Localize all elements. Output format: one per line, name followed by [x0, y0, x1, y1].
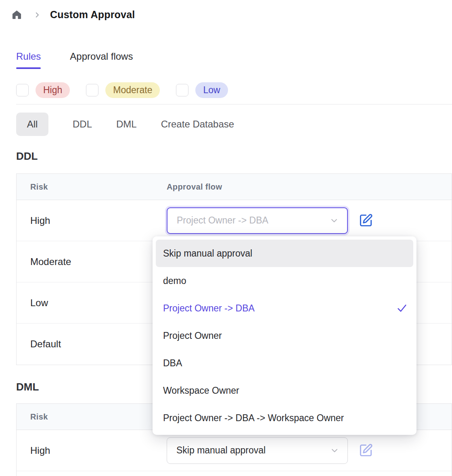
- tab-approval-flows[interactable]: Approval flows: [70, 51, 133, 69]
- chevron-down-icon: [330, 446, 339, 455]
- ddl-row-high-risk: High: [30, 215, 167, 226]
- dml-high-edit-flow-button[interactable]: [359, 443, 373, 457]
- tab-rules-label: Rules: [16, 51, 41, 62]
- low-risk-checkbox[interactable]: [176, 84, 188, 96]
- dml-row-high-risk: High: [30, 445, 167, 456]
- ddl-section-title: DDL: [16, 150, 38, 163]
- ddl-row-high: High Project Owner -> DBA: [17, 200, 452, 241]
- dml-high-select-value: Skip manual approval: [176, 445, 266, 456]
- low-risk-badge[interactable]: Low: [195, 82, 228, 98]
- risk-filter-moderate: Moderate: [86, 82, 160, 98]
- breadcrumb-chevron-icon: [33, 11, 41, 19]
- breadcrumb: Custom Approval: [11, 9, 135, 21]
- approval-flow-dropdown: Skip manual approval demo Project Owner …: [153, 236, 416, 435]
- dropdown-option-demo[interactable]: demo: [156, 267, 413, 294]
- chevron-down-icon: [329, 216, 339, 225]
- dropdown-option-workspace-owner[interactable]: Workspace Owner: [156, 377, 413, 404]
- page-title: Custom Approval: [50, 9, 135, 21]
- custom-approval-page: Custom Approval Rules Approval flows Hig…: [0, 0, 452, 476]
- ddl-row-low-risk: Low: [30, 297, 167, 309]
- ddl-high-approval-flow-select[interactable]: Project Owner -> DBA: [167, 207, 348, 234]
- dropdown-option-project-owner-dba-workspace-owner[interactable]: Project Owner -> DBA -> Workspace Owner: [156, 404, 413, 432]
- filter-dml-button[interactable]: DML: [116, 119, 137, 130]
- moderate-risk-checkbox[interactable]: [86, 84, 98, 96]
- ddl-high-edit-flow-button[interactable]: [359, 213, 373, 228]
- ddl-col-risk: Risk: [30, 182, 167, 192]
- check-icon: [396, 303, 408, 314]
- ddl-table-header: Risk Approval flow: [17, 174, 452, 200]
- dml-row-next-partial: [17, 471, 452, 476]
- filter-all-button[interactable]: All: [16, 113, 48, 136]
- ddl-high-select-value: Project Owner -> DBA: [177, 215, 268, 226]
- active-tab-underline: [16, 67, 41, 69]
- risk-filter-high: High: [16, 82, 70, 98]
- filter-ddl-button[interactable]: DDL: [73, 119, 92, 130]
- tab-bar: Rules Approval flows: [16, 51, 133, 69]
- moderate-risk-badge[interactable]: Moderate: [105, 82, 160, 98]
- section-divider: [16, 104, 452, 104]
- dml-section-title: DML: [16, 381, 39, 393]
- ddl-col-approval-flow: Approval flow: [167, 182, 452, 192]
- dropdown-option-skip-manual-approval[interactable]: Skip manual approval: [156, 240, 413, 267]
- risk-filter-row: High Moderate Low: [16, 82, 228, 98]
- ddl-row-moderate-risk: Moderate: [30, 256, 167, 267]
- dropdown-option-project-owner-dba[interactable]: Project Owner -> DBA: [156, 294, 413, 322]
- dml-row-high-flow-cell: Skip manual approval: [167, 437, 452, 464]
- risk-filter-low: Low: [176, 82, 228, 98]
- dropdown-option-project-owner[interactable]: Project Owner: [156, 322, 413, 349]
- dml-high-approval-flow-select[interactable]: Skip manual approval: [167, 437, 348, 464]
- tab-rules[interactable]: Rules: [16, 51, 41, 69]
- high-risk-checkbox[interactable]: [16, 84, 29, 96]
- home-icon[interactable]: [11, 9, 22, 20]
- dml-row-high: High Skip manual approval: [17, 430, 452, 471]
- dml-col-risk: Risk: [30, 412, 167, 422]
- filter-create-database-button[interactable]: Create Database: [161, 119, 234, 130]
- high-risk-badge[interactable]: High: [36, 82, 70, 98]
- dropdown-option-dba[interactable]: DBA: [156, 349, 413, 377]
- category-filter-row: All DDL DML Create Database: [16, 113, 234, 136]
- ddl-row-default-risk: Default: [30, 338, 167, 350]
- ddl-row-high-flow-cell: Project Owner -> DBA: [167, 207, 452, 234]
